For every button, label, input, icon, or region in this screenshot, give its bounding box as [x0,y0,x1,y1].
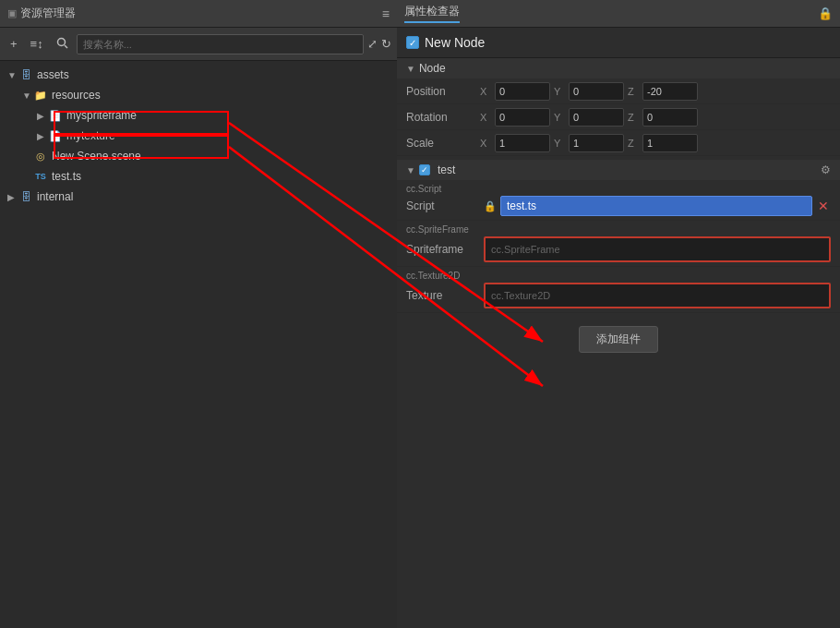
rotation-y-input[interactable] [569,108,624,127]
rotation-fields: X Y Z [480,108,831,127]
inspector-header: 属性检查器 🔒 [397,0,840,28]
script-label: Script [406,199,480,212]
toggle-internal[interactable]: ▶ [7,192,18,202]
expand-button[interactable]: ⤢ [367,37,378,51]
spriteframe-type-label: cc.SpriteFrame [406,224,831,235]
scale-y-label: Y [554,138,565,149]
component-toggle-icon: ▼ [406,165,415,175]
texture-input[interactable]: cc.Texture2D [484,283,831,308]
rotation-z-input[interactable] [642,108,698,127]
tree-item-internal[interactable]: ▶ 🗄 internal [0,187,397,207]
tree-item-newscene[interactable]: ◎ New Scene.scene [0,146,397,166]
tree-item-mytexture[interactable]: ▶ 📄 mytexture [0,126,397,146]
svg-line-1 [65,45,67,48]
texture-field-row: cc.Texture2D Texture cc.Texture2D [397,267,840,313]
node-name-row: ✓ [397,28,840,58]
left-toolbar: + ≡↕ ⤢ ↻ [0,28,397,61]
rot-z-label: Z [628,112,639,123]
label-newscene: New Scene.scene [52,150,141,163]
folder-icon-resources: 📁 [33,88,48,103]
spriteframe-field-row: cc.SpriteFrame Spriteframe cc.SpriteFram… [397,221,840,267]
file-icon-mytexture: 📄 [48,128,63,143]
add-component-row: 添加组件 [397,313,840,366]
db-icon-assets: 🗄 [18,67,33,82]
component-title: test [438,163,455,176]
component-gear-button[interactable]: ⚙ [821,163,831,176]
rotation-row: Rotation X Y Z [397,104,840,130]
tree-item-testts[interactable]: TS test.ts [0,166,397,187]
tree-item-assets[interactable]: ▼ 🗄 assets [0,65,397,85]
spriteframe-input[interactable]: cc.SpriteFrame [484,236,831,262]
script-field-row: cc.Script Script 🔒 test.ts ✕ [397,180,840,221]
label-mytexture: mytexture [66,129,115,142]
scale-x-input[interactable] [495,134,550,152]
node-name-input[interactable] [425,35,831,50]
add-component-button[interactable]: 添加组件 [579,326,658,353]
label-internal: internal [37,190,73,203]
left-panel-header: ▣ 资源管理器 ≡ [0,0,397,28]
checkbox-check: ✓ [409,38,416,48]
script-value-row: 🔒 test.ts ✕ [484,196,831,216]
file-icon-myspriteframe: 📄 [48,108,63,123]
rot-y-label: Y [554,112,565,123]
search-button[interactable] [52,34,73,54]
script-lock-icon: 🔒 [484,200,497,212]
position-label: Position [406,85,480,98]
add-button[interactable]: + [6,34,22,54]
tree-item-resources[interactable]: ▼ 📁 resources [0,85,397,105]
scene-icon-newscene: ◎ [33,149,48,163]
lock-icon-top[interactable]: 🔒 [818,6,833,20]
script-input[interactable]: test.ts [500,196,812,216]
node-section-header[interactable]: ▼ Node [397,58,840,78]
ts-icon-testts: TS [33,169,48,184]
scale-y-input[interactable] [569,134,624,152]
tree-item-myspriteframe[interactable]: ▶ 📄 myspriteframe [0,105,397,126]
scale-x-label: X [480,138,491,149]
sort-button[interactable]: ≡↕ [26,34,48,54]
position-x-input[interactable] [495,82,550,101]
search-input[interactable] [77,34,364,54]
rotation-x-input[interactable] [495,108,550,127]
label-myspriteframe: myspriteframe [66,109,137,122]
node-enabled-checkbox[interactable]: ✓ [406,36,419,49]
inspector-tab[interactable]: 属性检查器 [404,4,460,23]
scale-label: Scale [406,137,480,150]
spriteframe-field-inner: Spriteframe cc.SpriteFrame [406,236,831,262]
db-icon-header: ▣ [7,7,17,19]
rot-x-label: X [480,112,491,123]
left-panel-title: 资源管理器 [20,6,76,21]
toggle-assets[interactable]: ▼ [7,70,18,80]
component-checkbox-check: ✓ [421,165,428,175]
component-section: ▼ ✓ test ⚙ cc.Script Script 🔒 test.ts ✕ [397,160,840,313]
pos-x-label: X [480,86,491,97]
node-section-title: Node [419,62,446,75]
texture-field-inner: Texture cc.Texture2D [406,283,831,308]
toggle-mytexture[interactable]: ▶ [37,131,48,141]
position-row: Position X Y Z [397,78,840,104]
label-assets: assets [37,68,69,81]
script-value: test.ts [507,199,536,212]
component-enabled-checkbox[interactable]: ✓ [419,164,430,175]
left-panel-menu-icon[interactable]: ≡ [382,6,390,21]
texture-placeholder: cc.Texture2D [491,290,550,301]
refresh-button[interactable]: ↻ [381,37,391,51]
script-clear-button[interactable]: ✕ [816,199,831,213]
pos-y-label: Y [554,86,565,97]
left-panel: ▣ 资源管理器 ≡ + ≡↕ ⤢ ↻ ▼ 🗄 assets ▼ 📁 resour… [0,0,397,628]
db-icon-internal: 🗄 [18,189,33,204]
script-field-inner: Script 🔒 test.ts ✕ [406,196,831,216]
scale-z-input[interactable] [642,134,698,152]
scale-z-label: Z [628,138,639,149]
toggle-resources[interactable]: ▼ [22,91,33,101]
pos-z-label: Z [628,86,639,97]
right-panel: 属性检查器 🔒 ✓ ▼ Node Position X Y Z Rotation… [397,0,840,628]
toggle-myspriteframe[interactable]: ▶ [37,111,48,121]
scale-row: Scale X Y Z [397,130,840,156]
position-y-input[interactable] [569,82,624,101]
position-z-input[interactable] [642,82,698,101]
spriteframe-label: Spriteframe [406,243,480,256]
rotation-label: Rotation [406,111,480,124]
texture-type-label: cc.Texture2D [406,271,831,281]
texture-label: Texture [406,289,480,302]
label-resources: resources [52,89,101,102]
